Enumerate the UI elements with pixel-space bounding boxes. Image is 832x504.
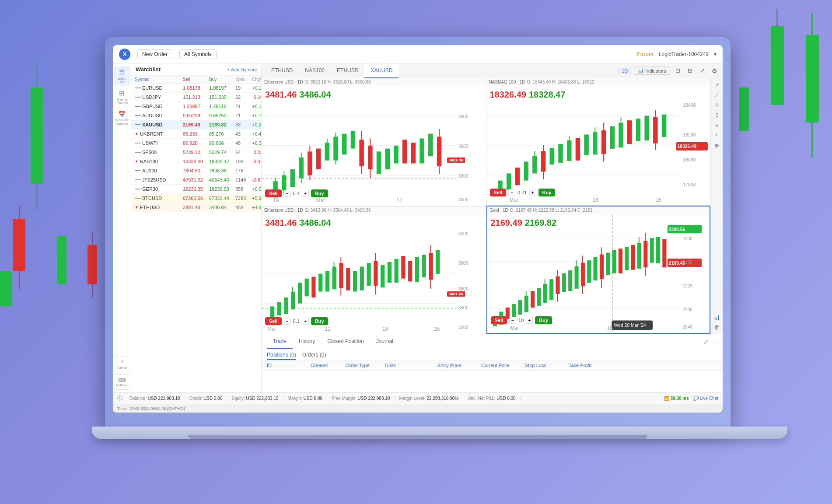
new-order-button[interactable]: New Order	[137, 49, 172, 59]
list-item[interactable]: GER30 18236.35 18239.93 358 +0.01% ···	[131, 185, 261, 194]
svg-rect-67	[346, 268, 350, 290]
svg-text:4000: 4000	[458, 231, 468, 236]
sidebar-item-economic-calendar[interactable]: 📅 EconomicCalendar	[114, 108, 130, 128]
chart-svg-nas100: 18326.49 Mar 18 25 18400 18200 18000	[486, 86, 711, 204]
svg-rect-20	[333, 136, 338, 160]
buy-button-nas100[interactable]: Buy	[538, 189, 556, 196]
tab-journal[interactable]: Journal	[370, 334, 399, 349]
all-symbols-button[interactable]: All Symbols	[179, 49, 217, 59]
buy-button-ethusd-top[interactable]: Buy	[311, 189, 328, 197]
add-symbol-button[interactable]: + Add Symbol	[227, 67, 257, 72]
chart-pane-ethusd-bottom: Ethereum USD · 1D O: 3413.96 H: 3504.46 …	[262, 206, 486, 334]
user-account[interactable]: LogixTrader-1004249	[659, 51, 709, 57]
svg-text:25: 25	[434, 326, 440, 332]
buy-button-gold[interactable]: Buy	[535, 316, 552, 324]
list-item[interactable]: USWTI 80.920 80.968 48 +0.31% ···	[131, 139, 261, 148]
tab-ethusd2[interactable]: ETHUSD	[331, 63, 364, 78]
chart-ohlc-gold: O: 2187.45 H: 2222.58 L: 2166.34 C: 2181	[510, 208, 593, 213]
list-item[interactable]: SP500 5229.10 5229.74 64 -0.03% ···	[131, 148, 261, 157]
qty-minus-ethusd-bottom[interactable]: −	[284, 318, 291, 325]
draw-tool-indicators[interactable]: 📊	[712, 312, 722, 322]
sidebar-item-trading-terminal[interactable]: ⊞ TradingTerminal	[114, 87, 130, 107]
list-item[interactable]: AUDUSD 0.65229 0.65250 21 +0.19% ···	[131, 111, 261, 120]
sell-button-ethusd-top[interactable]: Sell	[265, 189, 282, 197]
svg-text:2120: 2120	[682, 283, 692, 288]
qty-minus-ethusd-top[interactable]: −	[284, 190, 291, 197]
svg-rect-155	[562, 273, 566, 292]
svg-rect-28	[368, 146, 373, 169]
sell-button-gold[interactable]: Sell	[491, 316, 507, 324]
buy-button-ethusd-bottom[interactable]: Buy	[311, 317, 328, 325]
qty-plus-gold[interactable]: +	[526, 317, 533, 324]
sell-button-ethusd-bottom[interactable]: Sell	[265, 317, 282, 325]
col-hdr-order-type: Order Type	[346, 363, 385, 368]
account-dropdown-icon[interactable]: ▾	[714, 51, 717, 57]
chart-pane-nas100: NASDAQ 100 · 1D O: 18345.49 H: 18423.38 …	[486, 78, 711, 206]
list-item[interactable]: USDJPY 151.213 151.235 22 -0.10% ···	[131, 93, 261, 102]
draw-tool-cursor[interactable]: ↗	[712, 80, 722, 90]
chart-fullscreen-icon[interactable]: ⤢	[697, 66, 707, 76]
chart-pane-ethusd-top: Ethereum USD · 1D O: 3523.16 H: 3526.89 …	[262, 78, 486, 206]
svg-rect-74	[381, 265, 385, 287]
list-item[interactable]: ▼ETHUSD 3481.46 3486.04 458 +4.99% ···	[131, 203, 261, 212]
hotkeys-btn[interactable]: ⌨ Hotkeys	[114, 374, 130, 390]
list-item[interactable]: GBPUSD 1.26097 1.26118 21 +0.10% ···	[131, 102, 261, 111]
list-item[interactable]: XAUUSD 2169.49 2169.82 33 +0.21% ···	[131, 120, 261, 130]
list-item[interactable]: JP225USD 40531.92 40543.40 1148 -0.83% ·…	[131, 175, 261, 185]
svg-text:18000: 18000	[683, 157, 696, 162]
tab-nas100[interactable]: NAS100	[299, 63, 331, 78]
sell-button-nas100[interactable]: Sell	[490, 189, 507, 196]
draw-tool-delete[interactable]: 🗑	[712, 322, 722, 332]
svg-rect-170	[618, 248, 622, 273]
buy-price-ethusd-top: 3486.04	[299, 90, 331, 100]
qty-plus-nas100[interactable]: +	[529, 189, 536, 196]
svg-rect-99	[515, 168, 520, 185]
draw-tool-channel[interactable]: ⟨⟩	[712, 110, 722, 120]
list-item[interactable]: EURUSD 1.08178 1.08197 19 +0.12% ···	[131, 84, 261, 93]
svg-rect-55	[291, 291, 295, 309]
indicators-button[interactable]: 📊 Indicators	[634, 66, 670, 75]
qty-minus-nas100[interactable]: −	[508, 189, 515, 196]
qty-value-nas100: 0.01	[517, 190, 527, 195]
chart-layout-icon-2[interactable]: ⊞	[685, 66, 695, 76]
list-item[interactable]: ▼UKBRENT 85.233 85.276 43 +0.48% ···	[131, 130, 261, 139]
draw-tool-plus[interactable]: ⊕	[712, 140, 722, 150]
timeframe-1d-button[interactable]: 1D	[618, 67, 631, 74]
col-hdr-entry-price: Entry Price	[437, 363, 481, 368]
chart-settings-icon[interactable]: ⚙	[710, 66, 719, 76]
svg-rect-168	[606, 252, 610, 275]
svg-rect-180	[662, 239, 666, 267]
balance-value: USD 222,983.10	[148, 396, 180, 401]
expand-bottom-panel[interactable]: ⤢	[703, 338, 709, 345]
qty-plus-ethusd-top[interactable]: +	[302, 190, 309, 197]
svg-rect-103	[541, 151, 545, 172]
forum-link[interactable]: Forum	[637, 51, 653, 57]
tab-trade[interactable]: Trade	[267, 334, 293, 349]
buy-price-ethusd-bottom: 3486.04	[299, 218, 331, 228]
draw-tool-wave[interactable]: ≈	[712, 130, 722, 140]
bottom-more-btn[interactable]: ···	[712, 338, 717, 345]
tab-ethusd1[interactable]: ETHUSD	[265, 63, 299, 78]
col-hdr-created: Created	[311, 363, 346, 368]
tab-closed-position[interactable]: Closed Position	[321, 334, 370, 349]
qty-minus-gold[interactable]: −	[509, 317, 516, 324]
draw-tool-line[interactable]: ∕	[712, 90, 722, 100]
draw-tool-cross[interactable]: ⊹	[712, 100, 722, 110]
tutorial-btn[interactable]: ? Tutorial	[114, 357, 130, 372]
sub-tab-positions[interactable]: Positions (0)	[267, 350, 296, 360]
chart-tabs-bar: ETHUSD NAS100 ETHUSD XAUUSD 1D 📊 Indicat…	[262, 63, 723, 78]
list-item[interactable]: AU200 7804.60 7806.38 178 ···	[131, 166, 261, 175]
qty-plus-ethusd-bottom[interactable]: +	[302, 318, 309, 325]
sidebar-item-watchlist[interactable]: ☰ Watchlist	[114, 66, 130, 86]
chart-layout-icon-1[interactable]: ⊡	[673, 66, 682, 76]
draw-tool-lines[interactable]: ≡	[712, 120, 722, 130]
price-tag-ethusd-bottom: 3481.46	[447, 291, 465, 297]
list-item[interactable]: ▼NAS100 18326.49 18328.47 198 -0.04% ···	[131, 157, 261, 166]
tab-history[interactable]: History	[293, 334, 321, 349]
tab-xauusd[interactable]: XAUUSD	[364, 63, 399, 78]
sub-tab-orders[interactable]: Orders (0)	[302, 350, 326, 360]
live-chat-button[interactable]: 💬 Live Chat	[693, 396, 718, 401]
time-label: Time - 25-03-2024 08:04:28 (GMT+02)	[117, 406, 185, 411]
list-item[interactable]: BTCUSD 67260.56 67333.44 7288 +5.95% ···	[131, 194, 261, 203]
svg-rect-53	[277, 302, 281, 315]
